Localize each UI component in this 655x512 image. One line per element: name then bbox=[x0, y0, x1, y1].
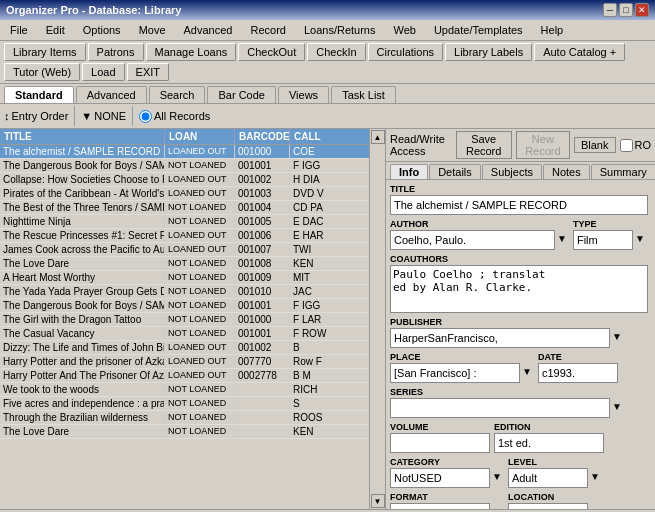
tab-advanced[interactable]: Advanced bbox=[76, 86, 147, 103]
filter-toolbar: ↕ Entry Order ▼ NONE All Records bbox=[0, 104, 655, 129]
checkout-button[interactable]: CheckOut bbox=[238, 43, 305, 61]
cell-barcode bbox=[235, 397, 290, 410]
detail-tab-subjects[interactable]: Subjects bbox=[482, 164, 542, 179]
type-input[interactable] bbox=[573, 230, 633, 250]
series-input[interactable] bbox=[390, 398, 610, 418]
tab-barcode[interactable]: Bar Code bbox=[207, 86, 275, 103]
exit-button[interactable]: EXIT bbox=[127, 63, 169, 81]
level-dropdown[interactable]: ▼ bbox=[588, 468, 602, 488]
entry-order-label: Entry Order bbox=[12, 110, 69, 122]
volume-input[interactable] bbox=[390, 433, 490, 453]
minimize-button[interactable]: ─ bbox=[603, 3, 617, 17]
menu-web[interactable]: Web bbox=[387, 22, 421, 38]
format-input[interactable] bbox=[390, 503, 490, 509]
table-row[interactable]: Five acres and independence : a practic … bbox=[0, 397, 369, 411]
place-dropdown[interactable]: ▼ bbox=[520, 363, 534, 383]
detail-tab-info[interactable]: Info bbox=[390, 164, 428, 179]
detail-tab-notes[interactable]: Notes bbox=[543, 164, 590, 179]
library-items-button[interactable]: Library Items bbox=[4, 43, 86, 61]
table-row[interactable]: Pirates of the Caribbean - At World's En… bbox=[0, 187, 369, 201]
scroll-down-arrow[interactable]: ▼ bbox=[371, 494, 385, 508]
location-input[interactable] bbox=[508, 503, 588, 509]
table-row[interactable]: We took to the woods NOT LOANED RICH bbox=[0, 383, 369, 397]
table-row[interactable]: The Best of the Three Tenors / SAMPL NOT… bbox=[0, 201, 369, 215]
cell-barcode: 001003 bbox=[235, 187, 290, 200]
cell-call: F LAR bbox=[290, 313, 330, 326]
all-records-radio[interactable] bbox=[139, 110, 152, 123]
save-record-button[interactable]: Save Record bbox=[456, 131, 512, 159]
blank-button[interactable]: Blank bbox=[574, 137, 616, 153]
table-row[interactable]: Dizzy: The Life and Times of John Birks … bbox=[0, 341, 369, 355]
date-input[interactable] bbox=[538, 363, 618, 383]
circulations-button[interactable]: Circulations bbox=[368, 43, 443, 61]
title-input[interactable] bbox=[390, 195, 648, 215]
tab-search[interactable]: Search bbox=[149, 86, 206, 103]
menu-record[interactable]: Record bbox=[244, 22, 291, 38]
cell-title: James Cook across the Pacific to Austral bbox=[0, 243, 165, 256]
tab-standard[interactable]: Standard bbox=[4, 86, 74, 103]
publisher-input[interactable] bbox=[390, 328, 610, 348]
table-row[interactable]: Harry Potter And The Prisoner Of Azkab L… bbox=[0, 369, 369, 383]
type-dropdown[interactable]: ▼ bbox=[633, 230, 647, 250]
library-labels-button[interactable]: Library Labels bbox=[445, 43, 532, 61]
category-input[interactable] bbox=[390, 468, 490, 488]
maximize-button[interactable]: □ bbox=[619, 3, 633, 17]
table-row[interactable]: Through the Brazilian wilderness NOT LOA… bbox=[0, 411, 369, 425]
checkin-button[interactable]: CheckIn bbox=[307, 43, 365, 61]
table-row[interactable]: The Love Dare NOT LOANED 001008 KEN bbox=[0, 257, 369, 271]
table-row[interactable]: The Casual Vacancy NOT LOANED 001001 F R… bbox=[0, 327, 369, 341]
load-button[interactable]: Load bbox=[82, 63, 124, 81]
author-input[interactable] bbox=[390, 230, 555, 250]
menu-advanced[interactable]: Advanced bbox=[178, 22, 239, 38]
table-row[interactable]: The Rescue Princesses #1: Secret Promi L… bbox=[0, 229, 369, 243]
level-input[interactable] bbox=[508, 468, 588, 488]
ro-checkbox[interactable] bbox=[620, 139, 633, 152]
table-row[interactable]: The Dangerous Book for Boys / SAMPL NOT … bbox=[0, 299, 369, 313]
menu-options[interactable]: Options bbox=[77, 22, 127, 38]
cell-title: A Heart Most Worthy bbox=[0, 271, 165, 284]
table-row[interactable]: A Heart Most Worthy NOT LOANED 001009 MI… bbox=[0, 271, 369, 285]
table-row[interactable]: Nighttime Ninja NOT LOANED 001005 E DAC bbox=[0, 215, 369, 229]
auto-catalog-button[interactable]: Auto Catalog + bbox=[534, 43, 625, 61]
menu-file[interactable]: File bbox=[4, 22, 34, 38]
cell-title: Harry Potter and the prisoner of Azkaba bbox=[0, 355, 165, 368]
tab-tasklist[interactable]: Task List bbox=[331, 86, 396, 103]
table-row[interactable]: Collapse: How Societies Choose to Fail L… bbox=[0, 173, 369, 187]
menu-loans[interactable]: Loans/Returns bbox=[298, 22, 382, 38]
table-row[interactable]: James Cook across the Pacific to Austral… bbox=[0, 243, 369, 257]
title-group: TITLE bbox=[390, 184, 648, 215]
menu-edit[interactable]: Edit bbox=[40, 22, 71, 38]
table-row[interactable]: The Love Dare NOT LOANED KEN bbox=[0, 425, 369, 439]
cell-loan: LOANED OUT bbox=[165, 187, 235, 200]
menu-help[interactable]: Help bbox=[535, 22, 570, 38]
cell-loan: NOT LOANED bbox=[165, 257, 235, 270]
publisher-dropdown[interactable]: ▼ bbox=[610, 328, 624, 348]
category-dropdown[interactable]: ▼ bbox=[490, 468, 504, 488]
table-row[interactable]: The Dangerous Book for Boys / SAMPL NOT … bbox=[0, 159, 369, 173]
series-dropdown[interactable]: ▼ bbox=[610, 398, 624, 418]
table-row[interactable]: The alchemist / SAMPLE RECORD LOANED OUT… bbox=[0, 145, 369, 159]
manage-loans-button[interactable]: Manage Loans bbox=[146, 43, 237, 61]
detail-tab-summary[interactable]: Summary bbox=[591, 164, 655, 179]
close-button[interactable]: ✕ bbox=[635, 3, 649, 17]
ro-checkbox-group: RO bbox=[620, 139, 652, 152]
author-dropdown[interactable]: ▼ bbox=[555, 230, 569, 250]
patrons-button[interactable]: Patrons bbox=[88, 43, 144, 61]
menu-update[interactable]: Update/Templates bbox=[428, 22, 529, 38]
scroll-up-arrow[interactable]: ▲ bbox=[371, 130, 385, 144]
cell-barcode: 0002778 bbox=[235, 369, 290, 382]
tab-views[interactable]: Views bbox=[278, 86, 329, 103]
new-record-button[interactable]: New Record bbox=[516, 131, 570, 159]
cell-loan: LOANED OUT bbox=[165, 243, 235, 256]
edition-input[interactable] bbox=[494, 433, 604, 453]
table-row[interactable]: Harry Potter and the prisoner of Azkaba … bbox=[0, 355, 369, 369]
tutor-button[interactable]: Tutor (Web) bbox=[4, 63, 80, 81]
table-row[interactable]: The Yada Yada Prayer Group Gets Down NOT… bbox=[0, 285, 369, 299]
place-input[interactable] bbox=[390, 363, 520, 383]
detail-tab-details[interactable]: Details bbox=[429, 164, 481, 179]
format-dropdown[interactable]: ▼ bbox=[490, 503, 504, 509]
menu-move[interactable]: Move bbox=[133, 22, 172, 38]
coauthors-textarea[interactable] bbox=[390, 265, 648, 313]
table-row[interactable]: The Girl with the Dragon Tattoo NOT LOAN… bbox=[0, 313, 369, 327]
location-dropdown[interactable]: ▼ bbox=[588, 503, 602, 509]
